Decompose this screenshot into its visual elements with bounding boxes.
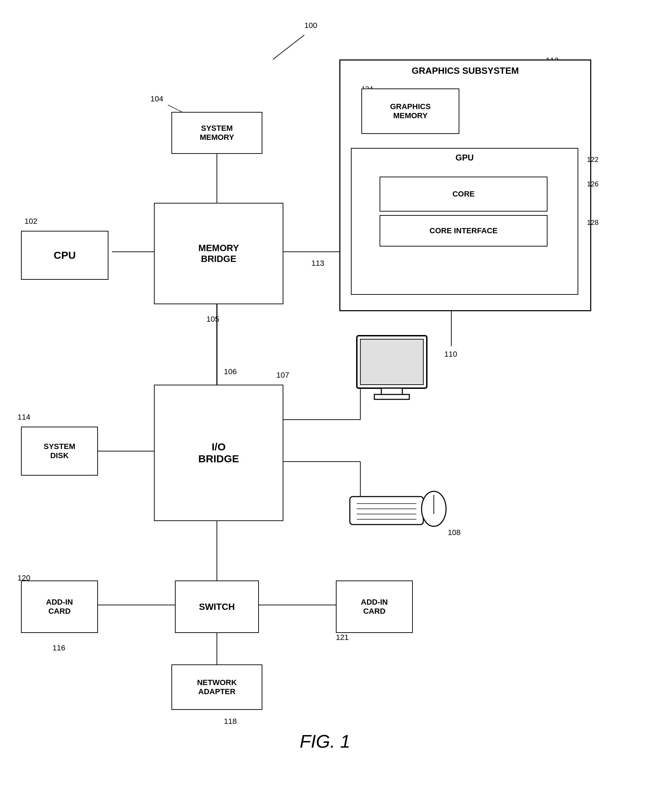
io-bridge-box: I/OBRIDGE — [154, 385, 283, 521]
ref-102: 102 — [24, 217, 37, 226]
figure-label: FIG. 1 — [272, 731, 378, 752]
ref-128: 128 — [587, 218, 599, 227]
system-disk-box: SYSTEMDISK — [21, 427, 98, 476]
ref-121: 121 — [336, 633, 349, 642]
svg-rect-18 — [381, 388, 402, 395]
add-in-card-right-box: ADD-INCARD — [336, 580, 413, 633]
svg-line-0 — [273, 35, 304, 60]
ref-108: 108 — [448, 528, 461, 537]
core-interface-box: CORE INTERFACE — [379, 215, 548, 247]
svg-line-15 — [168, 105, 182, 112]
ref-104: 104 — [150, 95, 164, 104]
diagram: 100 112 GRAPHICS SUBSYSTEM 124 GRAPHICSM… — [0, 0, 650, 769]
add-in-card-left-box: ADD-INCARD — [21, 580, 98, 633]
gpu-label: GPU — [456, 153, 474, 163]
ref-100: 100 — [304, 21, 317, 30]
graphics-subsystem-label: GRAPHICS SUBSYSTEM — [412, 66, 519, 76]
system-memory-box: SYSTEMMEMORY — [171, 112, 262, 154]
network-adapter-box: NETWORKADAPTER — [171, 664, 262, 710]
core-box: CORE — [379, 177, 548, 212]
ref-107: 107 — [276, 371, 289, 380]
svg-rect-17 — [360, 339, 423, 385]
svg-point-25 — [422, 491, 446, 526]
ref-110: 110 — [444, 350, 457, 359]
graphics-subsystem-box: GRAPHICS SUBSYSTEM 124 GRAPHICSMEMORY GP… — [340, 60, 591, 311]
memory-bridge-box: MEMORYBRIDGE — [154, 203, 283, 304]
gpu-box: GPU 122 CORE 126 CORE INTERFACE 128 — [351, 148, 578, 295]
keyboard-icon — [346, 486, 451, 531]
ref-113: 113 — [311, 259, 324, 268]
svg-rect-19 — [374, 394, 409, 399]
monitor-icon — [350, 332, 437, 402]
cpu-box: CPU — [21, 231, 109, 280]
svg-rect-16 — [357, 336, 427, 388]
ref-106: 106 — [224, 367, 237, 376]
ref-116: 116 — [52, 643, 66, 653]
ref-126: 126 — [587, 180, 599, 188]
graphics-memory-box: GRAPHICSMEMORY — [361, 89, 459, 134]
switch-box: SWITCH — [175, 580, 259, 633]
svg-rect-20 — [350, 496, 423, 525]
ref-105: 105 — [206, 315, 219, 324]
ref-114: 114 — [17, 413, 31, 422]
ref-122: 122 — [587, 156, 599, 164]
ref-118: 118 — [224, 717, 237, 726]
